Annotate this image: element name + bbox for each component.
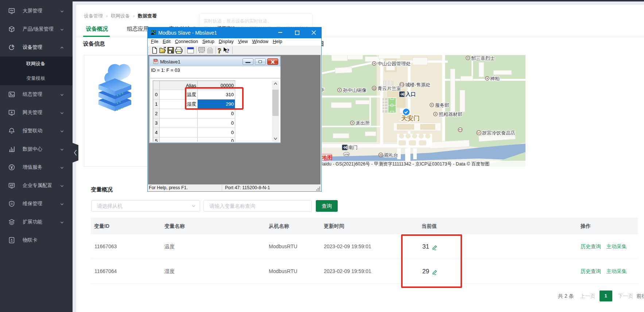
svg-text:亭: 亭 <box>322 87 325 93</box>
svg-text:神柏: 神柏 <box>490 76 500 81</box>
svg-text:城楼-售票处: 城楼-售票处 <box>405 82 430 87</box>
svg-text:南门: 南门 <box>348 145 358 150</box>
svg-text:Baidu - GS(2021)6026号 - 甲测资字11: Baidu - GS(2021)6026号 - 甲测资字11111342 - 京… <box>322 161 489 167</box>
svg-text:青云片兰室: 青云片兰室 <box>377 86 401 91</box>
svg-text:地图: 地图 <box>322 155 332 160</box>
svg-text:孙中山铜像: 孙中山铜像 <box>343 87 366 93</box>
svg-text:观礼台: 观礼台 <box>384 152 398 158</box>
svg-text:故宫冷饮食品店: 故宫冷饮食品店 <box>482 130 515 136</box>
svg-text:派出所: 派出所 <box>356 120 370 126</box>
svg-text:DOC: DOC <box>154 60 158 62</box>
svg-text:照相器材部: 照相器材部 <box>439 112 462 117</box>
svg-text:?: ? <box>226 48 229 54</box>
svg-text:?: ? <box>218 47 221 55</box>
svg-text:入口: 入口 <box>405 91 416 97</box>
svg-text:中山公园管理处: 中山公园管理处 <box>377 61 411 66</box>
svg-text:天安门: 天安门 <box>401 115 420 122</box>
svg-text:郜三喜烈士: 郜三喜烈士 <box>471 55 495 61</box>
svg-text:ATM: ATM <box>344 153 349 156</box>
svg-text:服务部: 服务部 <box>435 102 449 108</box>
